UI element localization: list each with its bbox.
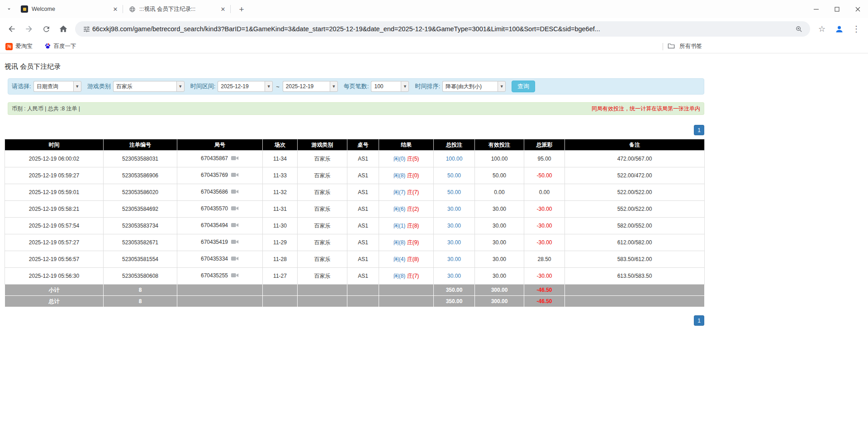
video-camera-icon[interactable] [231,172,239,179]
cell-time: 2025-12-19 06:00:02 [5,151,104,167]
cell-remark: 612.00/582.00 [565,234,705,251]
result-player: 闲(4) [394,256,406,262]
cell-session: 11-27 [263,268,298,285]
browser-chrome: Welcome ✕ :::视讯 会员下注纪录::: ✕ + [0,0,868,53]
table-row: 2025-12-19 05:59:01523053586020670435686… [5,184,705,201]
close-window-button[interactable] [847,0,868,18]
back-icon[interactable] [4,21,20,37]
sort-input[interactable] [442,81,498,92]
cell-table-id: AS1 [347,234,379,251]
sort-label: 时间排序: [415,82,440,90]
bookmark-taobao[interactable]: 淘 爱淘宝 [5,43,33,50]
total-bet-link[interactable]: 30.00 [447,206,461,212]
video-camera-icon[interactable] [231,272,239,280]
tab-search-chevron-icon[interactable] [3,3,15,15]
address-bar[interactable]: 66cxkj98.com/game/betrecord_search/kind3… [75,21,810,37]
game-type-dropdown-icon[interactable]: ▼ [176,81,185,92]
cell-bet-id: 523053588031 [104,151,177,167]
sort-dropdown-icon[interactable]: ▼ [498,81,506,92]
tab-close-icon[interactable]: ✕ [219,5,227,13]
total-bet-link[interactable]: 100.00 [446,156,463,162]
total-bet-link[interactable]: 30.00 [447,239,461,246]
total-valid-bet: 300.00 [475,296,524,307]
total-count: 8 [104,296,177,307]
bookmarks-divider [663,43,663,50]
folder-icon [668,43,675,51]
date-end-dropdown-icon[interactable]: ▼ [330,81,338,92]
round-number: 670435255 [201,272,228,279]
video-camera-icon[interactable] [231,189,239,196]
zoom-icon[interactable] [793,23,805,35]
summary-empty-cell [263,285,298,296]
all-bookmarks-label: 所有书签 [679,43,702,50]
video-camera-icon[interactable] [231,205,239,213]
video-camera-icon[interactable] [231,222,239,229]
cell-table-id: AS1 [347,251,379,268]
cell-valid-bet: 30.00 [475,234,524,251]
round-number: 670435419 [201,239,228,245]
profile-avatar-icon[interactable] [831,21,847,37]
header-payout: 总派彩 [524,139,565,151]
total-bet-link[interactable]: 30.00 [447,223,461,229]
page-size-input[interactable] [371,81,401,92]
refresh-icon[interactable] [38,21,54,37]
total-bet-link[interactable]: 30.00 [447,273,461,279]
video-camera-icon[interactable] [231,155,239,162]
cell-table-id: AS1 [347,201,379,218]
summary-empty-cell [298,296,347,307]
subtotal-valid-bet: 300.00 [475,285,524,296]
video-camera-icon[interactable] [231,256,239,263]
tab-betrecord[interactable]: :::视讯 会员下注纪录::: ✕ [123,0,231,18]
forward-icon[interactable] [21,21,37,37]
home-icon[interactable] [55,21,71,37]
game-type-input[interactable] [113,81,176,92]
currency-summary-text: 币别 : 人民币 | 总共 :8 注单 | [12,105,80,113]
query-type-input[interactable] [33,81,73,92]
video-camera-icon[interactable] [231,239,239,246]
all-bookmarks-group[interactable]: 所有书签 [663,43,702,51]
menu-kebab-icon[interactable]: ⋮ [848,21,864,37]
total-bet-link[interactable]: 30.00 [447,256,461,262]
table-row: 2025-12-19 05:56:57523053581554670435334… [5,251,705,268]
filter-bar: 请选择: ▼ 游戏类别 ▼ 时间区间: ▼ ~ ▼ 每页笔数: [8,78,704,95]
cell-game-type: 百家乐 [298,184,347,201]
header-result: 结果 [379,139,434,151]
date-start-input[interactable] [218,81,265,92]
cell-valid-bet: 30.00 [475,201,524,218]
result-banker: 庄(2) [407,206,419,212]
cell-time: 2025-12-19 05:58:21 [5,201,104,218]
cell-payout: -30.00 [524,268,565,285]
cell-remark: 582.00/552.00 [565,218,705,234]
result-banker: 庄(0) [407,172,419,179]
maximize-button[interactable] [826,0,847,18]
cell-result: 闲(7) 庄(7) [379,184,434,201]
bookmark-baidu[interactable]: 百度一下 [44,43,76,51]
total-bet-link[interactable]: 50.00 [447,172,461,179]
site-settings-tune-icon[interactable] [81,23,92,35]
cell-payout: 0.00 [524,184,565,201]
cell-payout: -50.00 [524,167,565,184]
page-size-dropdown-icon[interactable]: ▼ [401,81,409,92]
new-tab-button[interactable]: + [235,3,248,15]
total-bet-link[interactable]: 50.00 [447,189,461,195]
cell-bet-id: 523053583734 [104,218,177,234]
query-type-dropdown-icon[interactable]: ▼ [73,81,81,92]
round-number: 670435769 [201,172,228,178]
cell-round-id: 670435686 [177,184,263,201]
search-button[interactable]: 查询 [512,81,535,92]
tab-welcome[interactable]: Welcome ✕ [15,0,123,18]
page-1-button[interactable]: 1 [694,125,704,135]
page-1-button[interactable]: 1 [694,315,704,326]
cell-time: 2025-12-19 05:57:54 [5,218,104,234]
window-controls [806,0,868,18]
minimize-button[interactable] [806,0,826,18]
date-end-input[interactable] [283,81,330,92]
bookmark-star-icon[interactable]: ☆ [814,21,830,37]
tab-close-icon[interactable]: ✕ [111,5,119,13]
date-start-dropdown-icon[interactable]: ▼ [265,81,273,92]
header-total-bet: 总投注 [434,139,475,151]
cell-payout: -30.00 [524,201,565,218]
result-player: 闲(1) [394,223,406,229]
result-banker: 庄(7) [407,189,419,195]
cell-time: 2025-12-19 05:57:27 [5,234,104,251]
